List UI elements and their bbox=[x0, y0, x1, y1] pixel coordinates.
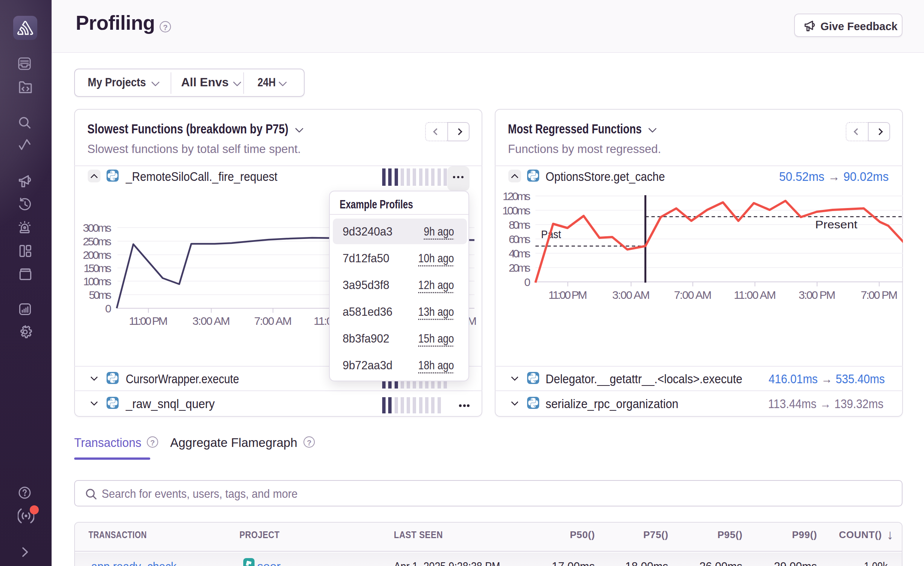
svg-text:3:00 PM: 3:00 PM bbox=[799, 289, 836, 301]
svg-text:200ms: 200ms bbox=[83, 249, 111, 261]
svg-text:3:00 AM: 3:00 AM bbox=[612, 289, 650, 301]
svg-text:7:00 PM: 7:00 PM bbox=[861, 289, 898, 301]
svg-text:7:00 AM: 7:00 AM bbox=[674, 289, 712, 301]
svg-text:120ms: 120ms bbox=[503, 190, 531, 202]
svg-text:0: 0 bbox=[105, 302, 111, 315]
svg-text:20ms: 20ms bbox=[509, 262, 531, 274]
svg-text:7:00 AM: 7:00 AM bbox=[254, 315, 292, 327]
svg-text:250ms: 250ms bbox=[83, 235, 111, 248]
svg-text:60ms: 60ms bbox=[509, 233, 531, 245]
svg-text:300ms: 300ms bbox=[83, 222, 111, 234]
svg-text:100ms: 100ms bbox=[83, 275, 111, 288]
svg-text:3:00 AM: 3:00 AM bbox=[192, 315, 230, 327]
svg-text:50ms: 50ms bbox=[89, 289, 111, 301]
svg-text:11:00 PM: 11:00 PM bbox=[549, 289, 587, 301]
svg-text:Present: Present bbox=[815, 219, 857, 231]
svg-text:11:00 PM: 11:00 PM bbox=[129, 315, 168, 327]
svg-text:100ms: 100ms bbox=[502, 204, 531, 217]
svg-text:150ms: 150ms bbox=[84, 262, 111, 274]
svg-text:40ms: 40ms bbox=[509, 247, 531, 260]
svg-text:80ms: 80ms bbox=[509, 219, 531, 231]
svg-text:0: 0 bbox=[524, 276, 531, 288]
svg-text:11:00 AM: 11:00 AM bbox=[734, 289, 776, 301]
